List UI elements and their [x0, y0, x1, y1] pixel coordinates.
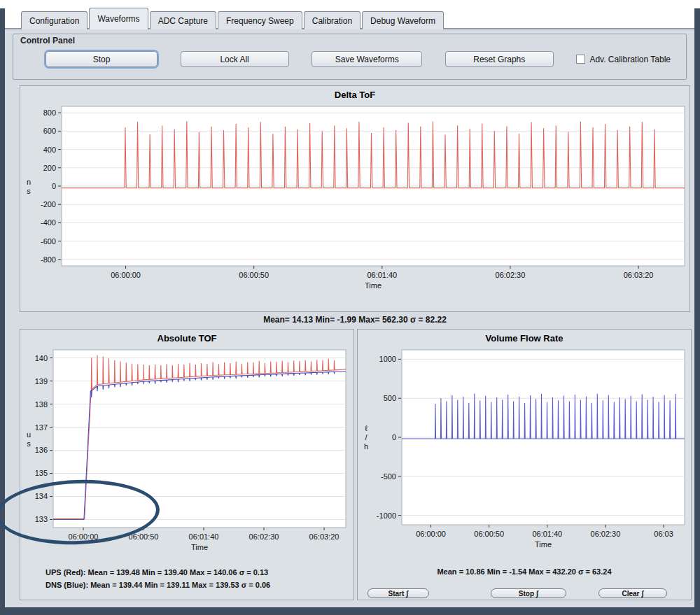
absolute-tof-stats-ups: UPS (Red): Mean = 139.48 Min = 139.40 Ma…: [46, 568, 268, 577]
volume-flow-rate-chart: 10005000-500-100006:00:0006:00:5006:01:4…: [358, 346, 690, 564]
svg-text:800: 800: [43, 108, 56, 117]
svg-text:135: 135: [35, 469, 48, 477]
tab-debug-waveform[interactable]: Debug Waveform: [362, 11, 444, 29]
adv-calibration-checkbox[interactable]: [576, 55, 585, 64]
svg-text:-600: -600: [41, 237, 56, 246]
save-waveforms-button[interactable]: Save Waveforms: [312, 51, 422, 67]
svg-text:06:01:40: 06:01:40: [532, 530, 562, 538]
svg-text:500: 500: [384, 394, 396, 402]
lock-all-button[interactable]: Lock All: [181, 51, 289, 67]
svg-text:-1000: -1000: [377, 511, 396, 520]
svg-text:1000: 1000: [379, 355, 396, 363]
svg-text:-200: -200: [41, 200, 56, 208]
svg-text:0: 0: [392, 433, 396, 441]
volume-flow-rate-panel: Volume Flow Rate 10005000-500-100006:00:…: [357, 329, 692, 600]
svg-text:136: 136: [35, 446, 48, 454]
svg-text:-400: -400: [41, 218, 56, 227]
svg-text:Time: Time: [191, 543, 208, 551]
svg-text:ℓ: ℓ: [365, 424, 368, 432]
svg-text:Time: Time: [535, 540, 552, 549]
svg-text:134: 134: [35, 492, 48, 500]
control-panel-title: Control Panel: [20, 36, 75, 45]
absolute-tof-chart: 14013913813713613513413306:00:0006:00:50…: [21, 346, 353, 567]
svg-text:-500: -500: [381, 472, 396, 481]
tab-calibration[interactable]: Calibration: [304, 11, 360, 29]
delta-tof-title: Delta ToF: [20, 90, 690, 100]
svg-text:0: 0: [52, 182, 56, 190]
volume-flow-rate-title: Volume Flow Rate: [358, 333, 691, 344]
delta-tof-panel: Delta ToF 8006004002000-200-400-600-8000…: [20, 85, 690, 312]
svg-text:600: 600: [43, 127, 56, 135]
delta-tof-chart: 8006004002000-200-400-600-80006:00:0006:…: [21, 104, 689, 311]
delta-tof-stats: Mean= 14.13 Min= -1.99 Max= 562.30 σ = 8…: [20, 315, 690, 325]
svg-text:06:03:20: 06:03:20: [309, 532, 340, 541]
volume-flow-rate-stats: Mean = 10.86 Min = -1.54 Max = 432.20 σ …: [358, 567, 691, 576]
svg-text:06:00:50: 06:00:50: [239, 271, 269, 279]
tab-bar: Configuration Waveforms ADC Capture Freq…: [21, 8, 444, 29]
svg-text:Time: Time: [365, 281, 382, 290]
tab-configuration[interactable]: Configuration: [21, 11, 88, 29]
svg-text:/: /: [365, 433, 368, 441]
stop-footer-button[interactable]: Stop ʃ: [491, 588, 566, 598]
absolute-tof-panel: Absolute TOF 14013913813713613513413306:…: [20, 329, 354, 600]
svg-text:s: s: [27, 439, 31, 448]
stop-button[interactable]: Stop: [46, 51, 158, 67]
svg-text:06:00:50: 06:00:50: [474, 530, 504, 538]
absolute-tof-title: Absolute TOF: [20, 333, 354, 344]
svg-text:06:00:50: 06:00:50: [129, 532, 159, 541]
svg-text:138: 138: [35, 400, 48, 409]
svg-text:06:03: 06:03: [654, 530, 673, 538]
svg-text:06:00:00: 06:00:00: [111, 271, 141, 279]
svg-text:s: s: [27, 187, 31, 195]
svg-text:06:00:00: 06:00:00: [69, 532, 99, 541]
clear-button[interactable]: Clear ʃ: [598, 588, 667, 598]
reset-graphs-button[interactable]: Reset Graphs: [445, 51, 554, 67]
svg-text:06:02:30: 06:02:30: [496, 271, 526, 279]
svg-text:137: 137: [35, 423, 48, 432]
svg-text:u: u: [27, 430, 31, 439]
tab-adc-capture[interactable]: ADC Capture: [150, 11, 216, 29]
tab-waveforms[interactable]: Waveforms: [89, 8, 148, 29]
start-button[interactable]: Start ʃ: [368, 588, 429, 598]
control-panel-row: Stop Lock All Save Waveforms Reset Graph…: [13, 51, 686, 67]
svg-text:06:03:20: 06:03:20: [624, 271, 654, 279]
svg-text:133: 133: [35, 515, 48, 523]
svg-text:06:02:30: 06:02:30: [249, 532, 279, 541]
adv-calibration-checkbox-label: Adv. Calibration Table: [589, 55, 671, 64]
tab-frequency-sweep[interactable]: Frequency Sweep: [218, 11, 302, 29]
svg-text:-800: -800: [41, 255, 56, 264]
absolute-tof-stats-dns: DNS (Blue): Mean = 139.44 Min = 139.11 M…: [46, 581, 270, 589]
svg-text:h: h: [364, 442, 368, 451]
svg-text:200: 200: [43, 164, 56, 172]
svg-text:06:00:00: 06:00:00: [416, 530, 446, 538]
svg-text:140: 140: [35, 354, 48, 362]
svg-text:400: 400: [43, 146, 56, 154]
adv-calibration-checkbox-group[interactable]: Adv. Calibration Table: [576, 55, 671, 64]
svg-text:06:01:40: 06:01:40: [367, 271, 397, 279]
svg-text:n: n: [27, 178, 31, 186]
control-panel-group: Control Panel Stop Lock All Save Wavefor…: [13, 34, 687, 80]
svg-text:139: 139: [35, 377, 48, 386]
svg-text:06:02:30: 06:02:30: [591, 530, 621, 538]
svg-text:06:01:40: 06:01:40: [189, 532, 219, 541]
